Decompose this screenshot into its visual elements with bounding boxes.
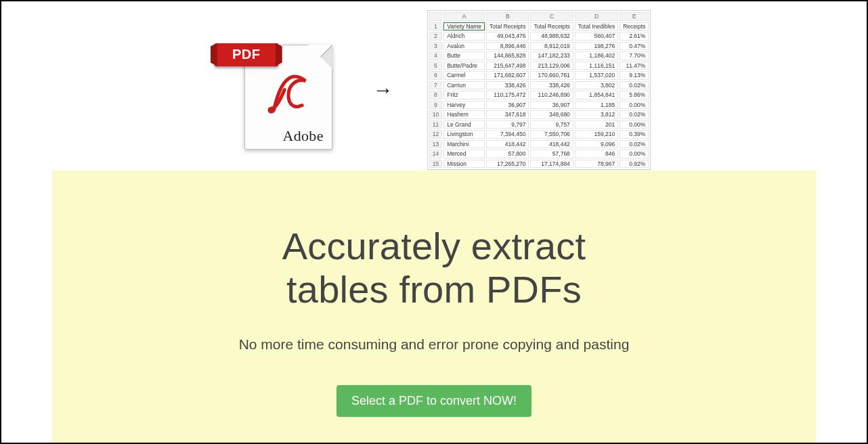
cell: 0.02% <box>620 81 649 90</box>
cell: 348,680 <box>530 110 573 119</box>
cell: 338,426 <box>530 81 573 90</box>
table-row: 3Avalon8,896,4468,912,019198,2760.47% <box>429 42 649 51</box>
cell: 2.61% <box>620 32 649 41</box>
cell: 418,442 <box>530 140 573 149</box>
cell: 9,757 <box>530 120 573 129</box>
select-pdf-button[interactable]: Select a PDF to convert NOW! <box>337 385 531 417</box>
col-header: A <box>443 12 485 21</box>
cell: 57,768 <box>530 150 573 158</box>
cell: Harvey <box>443 101 485 110</box>
cell: 1,537,020 <box>575 71 618 80</box>
header-cell: Variety Name <box>443 22 485 31</box>
cell: 49,043,476 <box>486 32 529 41</box>
cell: 201 <box>575 120 618 129</box>
cell: 17,174,884 <box>530 160 573 169</box>
cell: 1,854,841 <box>575 91 618 99</box>
cell: 78,967 <box>575 160 618 169</box>
cell: 3,802 <box>575 81 618 90</box>
cell: Butte <box>443 51 485 60</box>
cell: 171,682,607 <box>486 71 529 80</box>
table-row: 8Fritz110,175,472110,246,8901,854,8415.8… <box>429 91 649 99</box>
cell: 213,129,006 <box>530 62 573 70</box>
pdf-file-icon: Adobe PDF <box>217 31 339 150</box>
cell: 0.39% <box>620 130 649 139</box>
row-number: 8 <box>429 91 442 99</box>
cell: 144,865,828 <box>486 51 529 60</box>
hero-heading: Accurately extract tables from PDFs <box>52 225 816 312</box>
arrow-right-icon: → <box>366 79 400 102</box>
header-cell: Total Inedibles <box>575 22 618 31</box>
cell: 1,116,151 <box>575 62 618 70</box>
cell: 170,660,761 <box>530 71 573 80</box>
cell: 0.02% <box>620 140 649 149</box>
cell: 0.00% <box>620 150 649 158</box>
cell: Marchini <box>443 140 485 149</box>
cell: Livingston <box>443 130 485 139</box>
row-number: 15 <box>429 160 442 169</box>
hero-heading-line2: tables from PDFs <box>286 268 582 311</box>
row-number: 3 <box>429 42 442 51</box>
pdf-badge: PDF <box>215 43 278 66</box>
header-cell: Total Receipts <box>486 22 529 31</box>
cell: 560,407 <box>575 32 618 41</box>
cell: 347,618 <box>486 110 529 119</box>
hero-subtitle: No more time consuming and error prone c… <box>52 336 816 353</box>
row-number: 13 <box>429 140 442 149</box>
row-number: 9 <box>429 101 442 110</box>
cell: 418,442 <box>486 140 529 149</box>
cell: 7,550,706 <box>530 130 573 139</box>
cell: 338,426 <box>486 81 529 90</box>
cell: 0.00% <box>620 120 649 129</box>
cell: Aldrich <box>443 32 485 41</box>
hero-section: Accurately extract tables from PDFs No m… <box>52 171 816 444</box>
cell: 0.92% <box>620 160 649 169</box>
table-row: 12Livingston7,394,4507,550,706159,2100.3… <box>429 130 649 139</box>
cell: 1,185 <box>575 101 618 110</box>
table-row: 13Marchini418,442418,4429,0960.02% <box>429 140 649 149</box>
cell: 110,246,890 <box>530 91 573 99</box>
table-row: 15Mission17,265,27017,174,88478,9670.92% <box>429 160 649 169</box>
cell: 147,182,233 <box>530 51 573 60</box>
cell: 5.86% <box>620 91 649 99</box>
header-cell: Total Receipts <box>530 22 573 31</box>
spreadsheet-preview: ABCDE1Variety NameTotal ReceiptsTotal Re… <box>427 10 651 170</box>
cell: Carrion <box>443 81 485 90</box>
table-row: 11Le Grand9,7979,7572010.00% <box>429 120 649 129</box>
cell: 3,812 <box>575 110 618 119</box>
row-number: 4 <box>429 51 442 60</box>
cell: 36,907 <box>530 101 573 110</box>
cell: 0.47% <box>620 42 649 51</box>
row-number: 14 <box>429 150 442 158</box>
cell: Fritz <box>443 91 485 99</box>
cell: Butte/Padre <box>443 62 485 70</box>
table-row: 7Carrion338,426338,4263,8020.02% <box>429 81 649 90</box>
row-number: 10 <box>429 110 442 119</box>
row-number: 2 <box>429 32 442 41</box>
row-number: 12 <box>429 130 442 139</box>
cell: 48,988,632 <box>530 32 573 41</box>
cell: Merced <box>443 150 485 158</box>
cell: 11.47% <box>620 62 649 70</box>
table-row: 10Hashem347,618348,6803,8120.02% <box>429 110 649 119</box>
cell: Le Grand <box>443 120 485 129</box>
table-row: 6Carmel171,682,607170,660,7611,537,0209.… <box>429 71 649 80</box>
table-row: 14Merced57,80057,7688460.00% <box>429 150 649 158</box>
col-header: B <box>486 12 529 21</box>
cell: 9,797 <box>486 120 529 129</box>
row-number: 6 <box>429 71 442 80</box>
cell: 17,265,270 <box>486 160 529 169</box>
cell: 1,186,402 <box>575 51 618 60</box>
col-header: E <box>620 12 649 21</box>
table-row: 2Aldrich49,043,47648,988,632560,4072.61% <box>429 32 649 41</box>
cell: 9,096 <box>575 140 618 149</box>
cell: 57,800 <box>486 150 529 158</box>
adobe-swirl-icon <box>264 66 313 115</box>
cell: 846 <box>575 150 618 158</box>
cell: 159,210 <box>575 130 618 139</box>
cell: 198,276 <box>575 42 618 51</box>
table-row: 9Harvey36,90736,9071,1850.00% <box>429 101 649 110</box>
row-number: 7 <box>429 81 442 90</box>
hero-heading-line1: Accurately extract <box>282 225 586 267</box>
col-header: D <box>575 12 618 21</box>
cell: 8,896,446 <box>486 42 529 51</box>
